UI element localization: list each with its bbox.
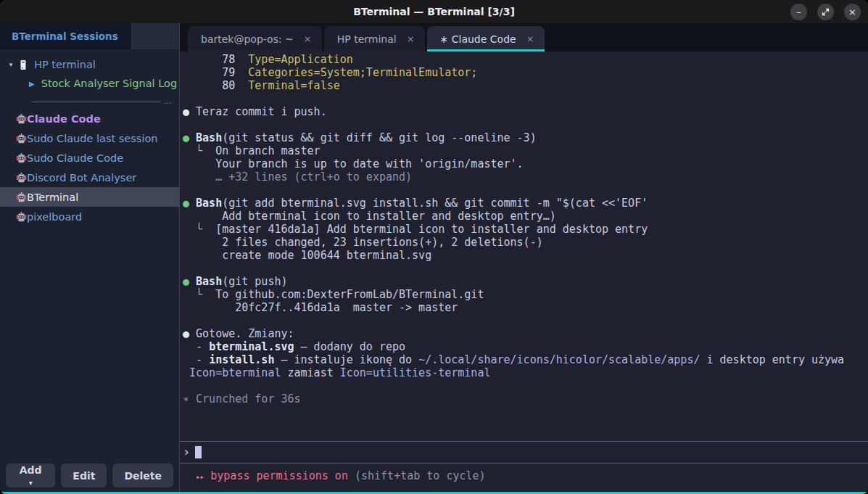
main-area: bartek@pop-os: ~×HP terminal×∗ Claude Co… [180,23,868,494]
play-icon: ▶ [29,80,35,88]
computer-icon [19,59,28,70]
robot-icon [16,114,27,124]
terminal-line: ● Bash(git status && git diff && git log… [183,131,868,144]
robot-icon [16,212,27,222]
terminal-line: ● Teraz commit i push. [183,105,868,118]
terminal-line [183,184,868,197]
status-hint: (shift+tab to cycle) [355,469,486,482]
permissions-status: ▸▸ bypass permissions on (shift+tab to c… [180,469,868,483]
tab-close-icon[interactable]: × [304,33,312,44]
session-item[interactable]: pixelboard [0,207,179,226]
fast-forward-icon: ▸▸ [196,472,204,482]
delete-button[interactable]: Delete [112,464,173,487]
sidebar-buttons: Add ▾ Edit Delete [0,464,179,494]
tree-divider: … [32,100,172,103]
terminal-line: └ To github.com:DexterFromLab/BTerminal.… [183,288,868,301]
tab-bar: bartek@pop-os: ~×HP terminal×∗ Claude Co… [180,23,868,52]
tab-close-icon[interactable]: × [407,33,415,44]
tab[interactable]: ∗ Claude Code× [427,26,545,52]
close-button[interactable]: × [844,4,861,20]
terminal-line: Icon=bterminal zamiast Icon=utilities-te… [183,366,868,379]
robot-icon [16,192,27,202]
terminal-line: create mode 100644 bterminal.svg [183,249,868,262]
terminal-line: 80 Terminal=false [183,79,868,92]
terminal-line: … +32 lines (ctrl+o to expand) [183,170,868,184]
terminal-line: 2 files changed, 23 insertions(+), 2 del… [183,236,868,249]
session-item[interactable]: BTerminal [0,187,179,207]
robot-icon [16,153,27,163]
status-label: bypass permissions on [204,469,355,482]
minimize-button[interactable]: – [790,4,807,20]
tab-label: ∗ Claude Code [440,33,516,45]
session-list: Claude Code Sudo Claude last session Sud… [0,109,179,226]
terminal-line [183,314,868,327]
session-label: Sudo Claude Code [27,152,123,164]
robot-icon [16,173,27,183]
titlebar: BTerminal — BTerminal [3/3] – × [0,0,868,23]
session-item[interactable]: Sudo Claude last session [0,128,179,148]
window-title: BTerminal — BTerminal [3/3] [353,6,515,17]
terminal-line: 79 Categories=System;TerminalEmulator; [183,66,868,79]
terminal-line [183,118,868,131]
terminal-line: ● Bash(git add bterminal.svg install.sh … [183,197,868,210]
session-tree: ▾ HP terminal ▶ Stock Analyser Signal Lo… [0,49,179,104]
session-item[interactable]: Discord Bot Analyser [0,168,179,187]
session-label: Claude Code [27,113,101,125]
sidebar-spacer [0,226,179,464]
terminal-line [183,262,868,275]
tab-label: bartek@pop-os: ~ [201,33,294,45]
session-label: Sudo Claude last session [27,133,157,144]
chevron-down-icon[interactable]: ▾ [6,61,16,68]
tree-item-hp-terminal[interactable]: ▾ HP terminal [0,55,179,74]
terminal-line: Your branch is up to date with 'origin/m… [183,157,868,170]
terminal-output: 78 Type=Application 79 Categories=System… [180,52,868,406]
sidebar-header-tab[interactable]: BTerminal Sessions [0,23,132,49]
terminal-line: ∗ Crunched for 36s [183,392,868,406]
prompt-icon: › [183,446,190,458]
edit-button[interactable]: Edit [61,464,107,487]
tab[interactable]: HP terminal× [324,26,425,52]
terminal-line [183,379,868,392]
ellipsis-icon: … [164,100,172,103]
tree-item-label: HP terminal [34,59,96,70]
caret-down-icon: ▾ [29,479,33,487]
session-label: pixelboard [27,211,82,223]
terminal-line: └ On branch master [183,144,868,157]
terminal-line: - bterminal.svg — dodany do repo [183,340,868,353]
terminal-line: 78 Type=Application [183,53,868,66]
tab[interactable]: bartek@pop-os: ~× [188,26,322,52]
terminal-line: └ [master 416da1a] Add bterminal icon to… [183,223,868,236]
tree-item-stock-analyser[interactable]: ▶ Stock Analyser Signal Log [0,74,179,93]
session-item[interactable]: Claude Code [0,109,179,128]
close-icon: × [848,7,856,17]
tab-close-icon[interactable]: × [526,33,534,44]
divider-line [32,102,161,102]
terminal-line: 20fc27f..416da1a master -> master [183,301,868,314]
session-label: Discord Bot Analyser [27,172,136,184]
add-button[interactable]: Add ▾ [6,464,55,487]
app-window: BTerminal — BTerminal [3/3] – × BTermina… [0,0,868,494]
window-body: BTerminal Sessions ▾ HP terminal ▶ [0,23,868,494]
minimize-icon: – [796,7,801,17]
terminal-line: Add bterminal icon to installer and desk… [183,210,868,223]
session-item[interactable]: Sudo Claude Code [0,148,179,168]
tab-label: HP terminal [337,33,397,45]
tree-item-label: Stock Analyser Signal Log [41,78,177,89]
sidebar: BTerminal Sessions ▾ HP terminal ▶ [0,23,180,494]
text-cursor [195,446,202,458]
window-controls: – × [790,0,861,23]
terminal-input[interactable]: › [180,441,868,464]
terminal-line: - install.sh — instaluje ikonę do ~/.loc… [183,353,868,366]
robot-icon [16,133,27,144]
maximize-icon [822,8,830,16]
sidebar-header-strip: BTerminal Sessions [0,23,179,49]
terminal[interactable]: 78 Type=Application 79 Categories=System… [180,52,868,494]
terminal-line: ● Bash(git push) [183,275,868,288]
terminal-line [183,92,868,105]
session-label: BTerminal [27,192,78,203]
maximize-button[interactable] [817,4,834,20]
terminal-line: ● Gotowe. Zmiany: [183,327,868,340]
